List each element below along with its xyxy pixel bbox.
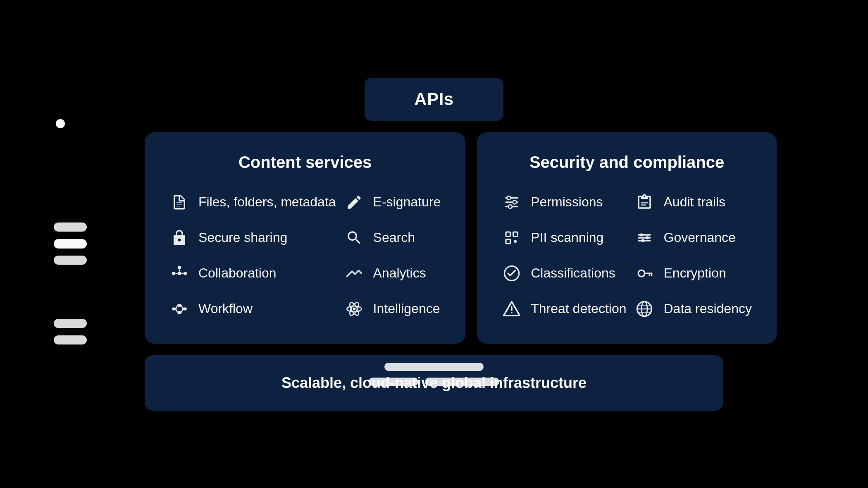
governance-label: Governance (663, 230, 735, 245)
bottom-bar-row-1 (384, 363, 484, 371)
security-compliance-title: Security and compliance (502, 153, 752, 172)
left-bottom-bars (54, 319, 87, 344)
svg-point-23 (513, 200, 517, 204)
item-analytics: Analytics (344, 263, 441, 283)
svg-line-11 (176, 305, 177, 309)
svg-point-3 (178, 266, 181, 269)
decorative-bar (54, 239, 87, 248)
bottom-bar-row-2 (369, 378, 499, 386)
svg-rect-27 (506, 239, 510, 244)
globe-icon (634, 299, 654, 319)
svg-line-12 (176, 309, 177, 313)
audit-trails-label: Audit trails (663, 194, 725, 210)
svg-rect-10 (183, 307, 187, 310)
content-services-panel: Content services Files, folders, metadat… (145, 132, 465, 344)
svg-rect-33 (646, 236, 649, 239)
item-search: Search (344, 228, 441, 248)
workflow-label: Workflow (198, 301, 253, 316)
classifications-label: Classifications (531, 266, 615, 281)
svg-point-22 (507, 196, 511, 200)
search-label: Search (373, 230, 415, 245)
chart-icon (344, 263, 364, 283)
item-classifications: Classifications (502, 263, 626, 283)
item-permissions: Permissions (502, 192, 626, 212)
svg-point-2 (184, 271, 187, 275)
decorative-bar (54, 335, 87, 344)
svg-rect-25 (506, 232, 510, 237)
secure-sharing-label: Secure sharing (198, 230, 287, 245)
main-container: APIs Content services Files, folders, me… (145, 78, 723, 411)
item-workflow: Workflow (169, 299, 336, 319)
decorative-bar (54, 256, 87, 265)
item-pii-scanning: PII scanning (502, 228, 626, 248)
lock-icon (169, 228, 189, 248)
item-audit-trails: Audit trails (634, 192, 751, 212)
svg-rect-32 (640, 233, 643, 236)
svg-line-14 (181, 309, 183, 313)
svg-rect-34 (641, 239, 644, 242)
bottom-decorative-bars (369, 363, 499, 386)
panels-row: Content services Files, folders, metadat… (145, 132, 723, 344)
decorative-bar (384, 363, 484, 371)
workflow-icon (169, 299, 189, 319)
esignature-label: E-signature (373, 194, 441, 210)
files-label: Files, folders, metadata (198, 194, 336, 210)
intelligence-label: Intelligence (373, 301, 440, 316)
encryption-label: Encryption (663, 266, 726, 281)
item-esignature: E-signature (344, 192, 441, 212)
svg-rect-7 (172, 307, 176, 310)
item-governance: Governance (634, 228, 751, 248)
svg-point-28 (514, 240, 517, 243)
key-icon (634, 263, 654, 283)
pen-icon (344, 192, 364, 212)
content-services-title: Content services (169, 153, 441, 172)
atom-icon (344, 299, 364, 319)
file-icon (169, 192, 189, 212)
sliders-icon (502, 192, 522, 212)
svg-line-13 (181, 305, 183, 309)
dot-indicator (56, 119, 65, 128)
clipboard-icon (634, 192, 654, 212)
warning-icon (502, 299, 522, 319)
content-services-grid: Files, folders, metadata E-signature (169, 192, 441, 319)
decorative-bar (425, 378, 499, 386)
scan-icon (502, 228, 522, 248)
decorative-bar (369, 378, 418, 386)
item-files: Files, folders, metadata (169, 192, 336, 212)
svg-rect-26 (513, 232, 518, 237)
permissions-label: Permissions (531, 194, 603, 210)
pii-scanning-label: PII scanning (531, 230, 603, 245)
svg-point-18 (353, 307, 355, 310)
item-encryption: Encryption (634, 263, 751, 283)
svg-rect-9 (178, 311, 181, 314)
apis-label: APIs (414, 89, 453, 109)
collaboration-label: Collaboration (198, 266, 277, 281)
decorative-bar (54, 222, 87, 232)
svg-point-0 (178, 271, 181, 275)
left-mid-bars (54, 222, 87, 265)
threat-detection-label: Threat detection (531, 301, 626, 316)
item-collaboration: Collaboration (169, 263, 336, 283)
apis-pill: APIs (365, 78, 503, 121)
item-intelligence: Intelligence (344, 299, 441, 319)
svg-point-24 (508, 205, 512, 208)
check-circle-icon (502, 263, 522, 283)
security-compliance-panel: Security and compliance Pe (477, 132, 777, 344)
item-threat-detection: Threat detection (502, 299, 626, 319)
search-icon (344, 228, 364, 248)
nodes-icon (169, 263, 189, 283)
analytics-label: Analytics (373, 266, 426, 281)
svg-rect-8 (178, 304, 181, 306)
item-data-residency: Data residency (634, 299, 751, 319)
data-residency-label: Data residency (663, 301, 751, 316)
flow-icon (634, 228, 654, 248)
decorative-bar (54, 319, 87, 328)
svg-point-41 (511, 312, 513, 313)
item-secure-sharing: Secure sharing (169, 228, 336, 248)
svg-point-1 (172, 271, 176, 275)
security-compliance-grid: Permissions Audit trails (502, 192, 752, 319)
